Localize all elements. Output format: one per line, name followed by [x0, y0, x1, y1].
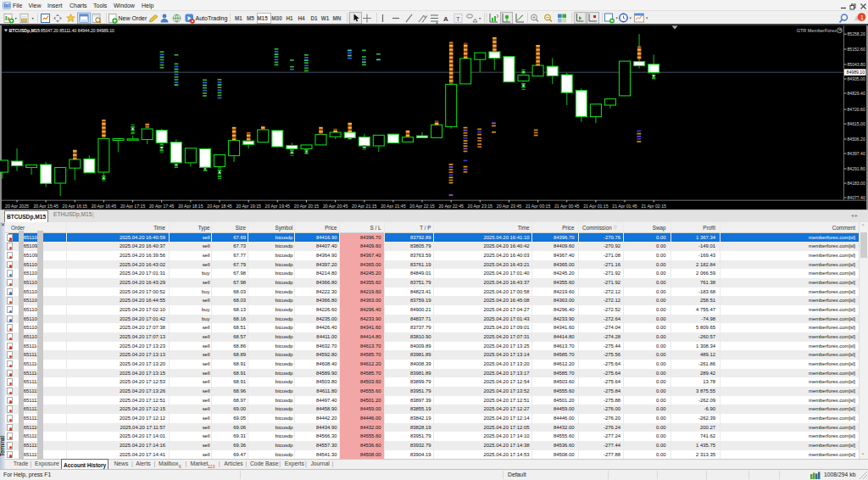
svg-text:T: T [456, 15, 460, 23]
svg-text:85043.80: 85043.80 [848, 62, 865, 67]
svg-text:21 Apr 00:15: 21 Apr 00:15 [526, 204, 551, 209]
svg-text:20 Apr 18:45: 20 Apr 18:45 [207, 204, 232, 209]
svg-text:20 Apr 23:45: 20 Apr 23:45 [497, 204, 522, 209]
svg-text:20 Apr 23:15: 20 Apr 23:15 [468, 204, 493, 209]
svg-text:20 Apr 20:45: 20 Apr 20:45 [323, 204, 348, 209]
svg-text:84291.80: 84291.80 [848, 166, 865, 171]
svg-text:85047.20 85111.40 84944.20 849: 85047.20 85111.40 84944.20 84989.10 [41, 28, 114, 33]
svg-text:20 Apr 17:15: 20 Apr 17:15 [120, 204, 146, 209]
svg-text:A: A [443, 15, 448, 23]
svg-text:20 Apr 19:45: 20 Apr 19:45 [265, 204, 291, 209]
svg-text:20 Apr 19:15: 20 Apr 19:15 [236, 204, 261, 209]
svg-text:21 Apr 00:45: 21 Apr 00:45 [554, 204, 580, 209]
svg-text:BTCUSDp,M15: BTCUSDp,M15 [9, 28, 40, 33]
svg-text:20 Apr 20:15: 20 Apr 20:15 [294, 204, 320, 209]
svg-text:20 Apr 17:45: 20 Apr 17:45 [149, 204, 175, 209]
svg-text:84829.40: 84829.40 [848, 91, 865, 96]
svg-text:84935.00: 84935.00 [848, 76, 865, 81]
svg-text:84989.10: 84989.10 [847, 70, 865, 75]
svg-text:20 Apr 22:15: 20 Apr 22:15 [409, 204, 435, 209]
svg-text:GTR MemberForex: GTR MemberForex [797, 28, 837, 33]
svg-text:New Order: New Order [119, 15, 148, 21]
svg-text:85258.20: 85258.20 [848, 31, 865, 36]
svg-text:20 Apr 2025: 20 Apr 2025 [5, 204, 29, 209]
svg-text:20 Apr 16:45: 20 Apr 16:45 [92, 204, 117, 209]
svg-text:AutoTrading: AutoTrading [196, 15, 228, 22]
svg-text:20 Apr 21:45: 20 Apr 21:45 [381, 204, 406, 209]
svg-text:21 Apr 01:15: 21 Apr 01:15 [583, 204, 609, 209]
svg-text:84397.40: 84397.40 [848, 151, 865, 156]
svg-text:20 Apr 21:15: 20 Apr 21:15 [352, 204, 377, 209]
svg-text:21 Apr 01:45: 21 Apr 01:45 [612, 204, 637, 209]
svg-text:20 Apr 18:15: 20 Apr 18:15 [178, 204, 203, 209]
svg-text:21 Apr 02:15: 21 Apr 02:15 [641, 204, 666, 209]
svg-text:1: 1 [860, 14, 864, 20]
svg-text:20 Apr 15:45: 20 Apr 15:45 [33, 204, 58, 209]
svg-text:84615.00: 84615.00 [848, 121, 865, 126]
svg-text:20 Apr 16:15: 20 Apr 16:15 [63, 204, 88, 209]
svg-text:84077.40: 84077.40 [848, 195, 865, 200]
svg-text:20 Apr 22:45: 20 Apr 22:45 [438, 204, 464, 209]
svg-text:84720.60: 84720.60 [848, 107, 865, 112]
svg-text:84183.00: 84183.00 [848, 181, 865, 186]
svg-text:84506.20: 84506.20 [848, 137, 865, 142]
svg-text:85152.60: 85152.60 [848, 47, 865, 52]
